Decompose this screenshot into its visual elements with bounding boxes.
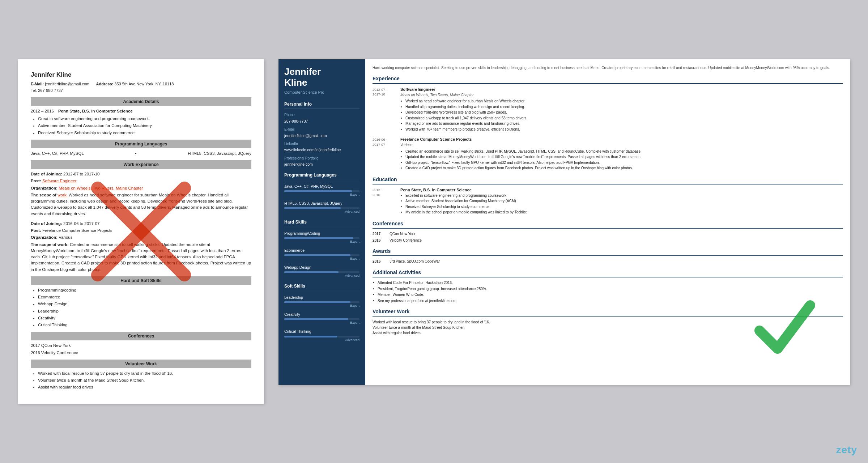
linkedin-label: LinkedIn xyxy=(284,141,359,147)
exp-entry-1: 2012-07 -2017-10 Software Engineer Meals… xyxy=(373,87,843,132)
exp1-title: Software Engineer xyxy=(400,87,843,93)
left-edu-years: 2012 – 2016 xyxy=(31,108,54,114)
exp2-date: 2016-06 -2017-07 xyxy=(373,137,396,171)
conf1-name: QCon New York xyxy=(390,232,415,237)
skill-critical: Critical Thinking Advanced xyxy=(284,329,359,342)
exp1-date: 2012-07 -2017-10 xyxy=(373,87,396,132)
personal-info-title: Personal Info xyxy=(284,101,359,109)
volunteer-title: Volunteer Work xyxy=(373,308,843,317)
work-header: Work Experience xyxy=(31,160,251,169)
skill-4: Leadership xyxy=(38,308,251,314)
conf-entry-1: 2017 QCon New York xyxy=(373,232,843,237)
right-portfolio: jenniferkline.com xyxy=(284,162,359,167)
work2-post: Post: Freelance Computer Science Project… xyxy=(31,228,251,234)
left-edu-bullet-3: Received Schreyer Scholarship to study e… xyxy=(38,130,251,136)
portfolio-label: Professional Portfolio xyxy=(284,156,359,161)
work1-date: Date of Joining: 2012-07 to 2017-10 xyxy=(31,171,251,177)
exp2-b3: GitHub project: "tensorflow." Fixed faul… xyxy=(405,160,843,166)
skill-html: HTML5, CSS3, Javascript, JQuery Advanced xyxy=(284,201,359,214)
soft-skills-title: Soft Skills xyxy=(284,283,359,291)
right-linkedin: www.linkedin.com/in/jenniferfkline xyxy=(284,147,359,153)
exp2-b2: Updated the mobile site at MoneyMoneyWor… xyxy=(405,154,843,160)
edu1-date: 2012 -2016 xyxy=(373,187,396,216)
sidebar: Jennifer Kline Computer Science Pro Pers… xyxy=(278,59,365,385)
zety-watermark: zety xyxy=(836,444,857,456)
add-4: See my professional portfolio at jennife… xyxy=(378,298,843,304)
award-entry-1: 2016 3rd Place, SpOJ.com CodeWar xyxy=(373,259,843,264)
add-1: Attended Code For Princeton Hackathon 20… xyxy=(378,280,843,286)
left-contact-email: E-Mail: jenniferfkline@gmail.com Address… xyxy=(31,81,251,87)
left-email: jenniferfkline@gmail.com xyxy=(45,82,89,86)
hard-soft-header: Hard and Soft Skills xyxy=(31,276,251,285)
volunteer-header: Volunteer Work xyxy=(31,360,251,368)
exp2-bullets: Created an ecommerce site to sell walkin… xyxy=(405,149,843,171)
exp1-b5: Managed online ads to announce regular e… xyxy=(405,121,843,127)
right-name: Jennifer Kline xyxy=(284,67,359,88)
main-container: Jennifer Kline E-Mail: jenniferfkline@gm… xyxy=(18,59,850,403)
skill-1: Programming/coding xyxy=(38,287,251,293)
summary: Hard-working computer science specialist… xyxy=(373,65,843,71)
conf-title: Conferences xyxy=(373,220,843,229)
academic-header: Academic Details xyxy=(31,97,251,106)
skill-webapp: Webapp Design Advanced xyxy=(284,265,359,278)
left-address: 350 5th Ave New York, NY, 10118 xyxy=(114,82,174,86)
skill-leadership: Leadership Expert xyxy=(284,295,359,308)
exp1-body: Software Engineer Meals on Wheels, Two R… xyxy=(400,87,843,132)
award1-name: 3rd Place, SpOJ.com CodeWar xyxy=(390,259,440,264)
resume-right: Jennifer Kline Computer Science Pro Pers… xyxy=(278,59,850,385)
left-edu-bullets: Great in software engineering and progra… xyxy=(38,116,251,136)
prog-lang-title: Programming Languages xyxy=(284,172,359,180)
bullet-sep: • xyxy=(135,150,137,157)
left-edu-bullet-2: Active member, Student Association for C… xyxy=(38,123,251,129)
exp2-b1: Created an ecommerce site to sell walkin… xyxy=(405,149,843,154)
skill-3: Webapp Design xyxy=(38,301,251,307)
conf-entry-2: 2016 Velocity Conference xyxy=(373,238,843,243)
education-title: Education xyxy=(373,176,843,184)
work1-post: Post: Software Engineer xyxy=(31,178,251,184)
exp1-bullets: Worked as head software engineer for sub… xyxy=(405,99,843,132)
experience-title: Experience xyxy=(373,75,843,84)
exp2-title: Freelance Computer Science Projects xyxy=(400,137,843,143)
exp1-b1: Worked as head software engineer for sub… xyxy=(405,99,843,104)
add-2: President, TrogdorPenn gaming group. Inc… xyxy=(378,286,843,292)
address-label: Address: xyxy=(96,82,114,86)
left-prog-left: Java, C++, C#, PHP, MySQL xyxy=(31,150,84,157)
left-skills-row: Java, C++, C#, PHP, MySQL • HTML5, CSS3,… xyxy=(31,150,251,157)
prog-lang-header: Programming Languages xyxy=(31,140,251,148)
skill-java: Java, C++, C#, PHP, MySQL Expert xyxy=(284,184,359,197)
work-entry-2: Date of Joining: 2016-06 to 2017-07 Post… xyxy=(31,221,251,273)
conf-header: Conferences xyxy=(31,332,251,340)
skill-creativity: Creativity Expert xyxy=(284,312,359,325)
additional-list: Attended Code For Princeton Hackathon 20… xyxy=(373,280,843,303)
conf2-name: Velocity Conference xyxy=(390,238,422,243)
vol-2: Volunteer twice a month at the Maud Stre… xyxy=(38,377,251,383)
exp-entry-2: 2016-06 -2017-07 Freelance Computer Scie… xyxy=(373,137,843,171)
vol-1: Worked with local rescue to bring 37 peo… xyxy=(38,370,251,377)
exp2-b4: Created a CAD project to make 3D printed… xyxy=(405,166,843,171)
edu1-b3: Received Schreyer Scholarship to study e… xyxy=(405,204,843,210)
edu1-title: Penn State, B.S. in Computer Science xyxy=(400,187,843,193)
left-skills-list: Programming/coding Ecommerce Webapp Desi… xyxy=(38,287,251,328)
skill-2: Ecommerce xyxy=(38,294,251,300)
add-3: Member, Women Who Code. xyxy=(378,292,843,298)
exp1-b2: Handled all programming duties, includin… xyxy=(405,105,843,110)
right-phone: 267-980-7737 xyxy=(284,119,359,124)
left-phone: 267-980-7737 xyxy=(38,88,63,93)
left-contact-tel: Tel: 267-980-7737 xyxy=(31,88,251,94)
additional-title: Additional Activities xyxy=(373,269,843,277)
edu1-b2: Active member, Student Association for C… xyxy=(405,199,843,204)
work2-scope: The scope of work: Created an ecommerce … xyxy=(31,242,251,273)
edu-entry-1: 2012 -2016 Penn State, B.S. in Computer … xyxy=(373,187,843,216)
left-edu-bullet-1: Great in software engineering and progra… xyxy=(38,116,251,122)
right-title: Computer Science Pro xyxy=(284,90,359,95)
work1-scope: The scope of work: Worked as head softwa… xyxy=(31,192,251,217)
work2-org: Organization: Various xyxy=(31,234,251,241)
right-email: jenniferfkline@gmail.com xyxy=(284,133,359,139)
left-name: Jennifer Kline xyxy=(31,70,251,80)
awards-title: Awards xyxy=(373,247,843,256)
exp2-org: Various xyxy=(400,143,843,148)
exp1-b4: Customized a webapp to track all 1,047 d… xyxy=(405,116,843,121)
left-edu-entry: 2012 – 2016 Penn State, B.S. in Computer… xyxy=(31,108,251,114)
exp1-b6: Worked with 70+ team members to produce … xyxy=(405,127,843,132)
skill-coding: Programming/Coding Expert xyxy=(284,231,359,244)
